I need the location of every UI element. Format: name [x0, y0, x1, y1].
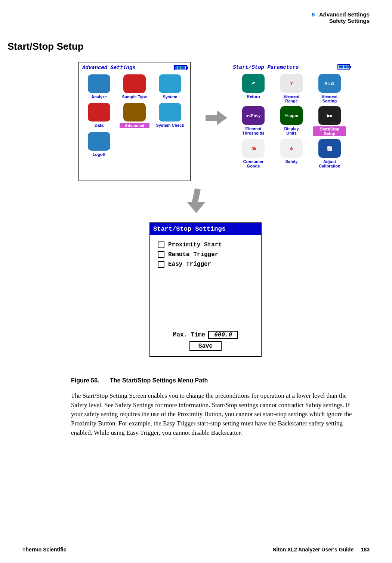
arrow-right-icon [206, 110, 228, 125]
analyze-icon [88, 74, 110, 93]
return-icon: ↶ [242, 74, 265, 93]
param-item-display-units[interactable]: % ppmDisplayUnits [275, 106, 308, 136]
option-row-remote-trigger[interactable]: Remote Trigger [158, 251, 253, 258]
menu-item-logoff[interactable]: Logoff [84, 132, 114, 157]
data-icon [88, 103, 110, 121]
max-time-label: Max. Time [173, 332, 205, 338]
checkbox[interactable] [158, 241, 164, 248]
menu-item-label: Data [84, 123, 114, 127]
option-label: Proximity Start [168, 241, 222, 248]
option-label: Remote Trigger [168, 251, 218, 258]
menu-item-label: Analyze [84, 95, 114, 99]
menu-item-label: Logoff [84, 152, 114, 157]
consumer-goods-icon: 🛍 [242, 139, 265, 158]
page-header: 8 Advanced Settings Safety Settings [22, 11, 370, 24]
param-item-adjust-calibration[interactable]: 📈AdjustCalibration [313, 139, 346, 168]
param-item-label: Start/StopSetup [313, 126, 346, 136]
menu-item-advanced[interactable]: Advanced [120, 103, 149, 128]
param-item-label: ElementSorting [313, 94, 346, 103]
param-item-label: ElementThresholds [237, 126, 270, 135]
footer-page-number: 183 [361, 547, 370, 553]
menu-item-sample-type[interactable]: Sample Type [120, 74, 149, 99]
screen3-title: Start/Stop Settings [150, 223, 261, 235]
start-stop-setup-icon: ▶■ [318, 106, 341, 125]
chapter-title: Advanced Settings [319, 11, 370, 18]
param-item-element-range[interactable]: ?ElementRange [275, 74, 308, 103]
element-range-icon: ? [280, 74, 303, 93]
option-row-easy-trigger[interactable]: Easy Trigger [158, 261, 253, 268]
sample-type-icon [123, 74, 146, 93]
menu-item-system-check[interactable]: System Check [155, 103, 185, 128]
footer-company: Thermo Scientific [22, 547, 66, 553]
menu-item-label: Advanced [120, 123, 149, 128]
figure-title: The Start/Stop Settings Menu Path [110, 377, 208, 384]
figure-number: Figure 56. [71, 377, 99, 384]
menu-item-data[interactable]: Data [84, 103, 114, 128]
screen1-title: Advanced Settings [82, 65, 136, 71]
menu-item-analyze[interactable]: Analyze [84, 74, 114, 99]
logoff-icon [88, 132, 110, 151]
advanced-settings-screen: Advanced Settings AnalyzeSample TypeSyst… [78, 62, 191, 181]
menu-item-label: System [155, 95, 185, 99]
chapter-number: 8 [312, 11, 315, 18]
start-stop-settings-screen: Start/Stop Settings Proximity StartRemot… [149, 222, 262, 357]
figure-caption: Figure 56. The Start/Stop Settings Menu … [71, 377, 370, 384]
menu-item-label: Sample Type [120, 95, 149, 99]
param-item-return[interactable]: ↶Return [237, 74, 270, 103]
checkbox[interactable] [158, 261, 164, 268]
safety-icon: ⚠ [280, 139, 303, 158]
element-sorting-icon: Al↓Zr [318, 74, 341, 93]
param-item-label: DisplayUnits [275, 126, 308, 135]
param-item-element-thresholds[interactable]: x<Pb<yElementThresholds [237, 106, 270, 136]
footer-guide: Niton XL2 Analyzer User's Guide [272, 547, 354, 553]
option-label: Easy Trigger [168, 261, 211, 268]
menu-path-figure: Advanced Settings AnalyzeSample TypeSyst… [71, 62, 392, 372]
section-heading: Start/Stop Setup [7, 41, 370, 52]
page-footer: Thermo Scientific Niton XL2 Analyzer Use… [22, 547, 370, 553]
display-units-icon: % ppm [280, 106, 303, 125]
system-icon [159, 74, 181, 93]
menu-item-system[interactable]: System [155, 74, 185, 99]
option-row-proximity-start[interactable]: Proximity Start [158, 241, 253, 248]
param-item-label: ElementRange [275, 94, 308, 103]
start-stop-parameters-screen: Start/Stop Parameters ↶Return?ElementRan… [232, 62, 351, 181]
param-item-element-sorting[interactable]: Al↓ZrElementSorting [313, 74, 346, 103]
param-item-label: AdjustCalibration [313, 159, 346, 168]
max-time-input[interactable]: 600.0 [208, 331, 238, 339]
battery-icon [337, 64, 350, 70]
element-thresholds-icon: x<Pb<y [242, 106, 265, 125]
system-check-icon [159, 103, 181, 121]
adjust-calibration-icon: 📈 [318, 139, 341, 158]
param-item-label: ConsumerGoods [237, 159, 270, 168]
menu-item-label: System Check [155, 123, 185, 127]
screen2-title: Start/Stop Parameters [233, 64, 299, 70]
param-item-label: Return [237, 94, 270, 99]
body-paragraph: The Start/Stop Setting Screen enables yo… [71, 391, 362, 437]
breadcrumb: Safety Settings [22, 18, 370, 24]
param-item-consumer-goods[interactable]: 🛍ConsumerGoods [237, 139, 270, 168]
param-item-safety[interactable]: ⚠Safety [275, 139, 308, 168]
advanced-icon [123, 103, 146, 121]
battery-icon [174, 65, 187, 70]
save-button[interactable]: Save [189, 341, 222, 351]
param-item-start-stop-setup[interactable]: ▶■Start/StopSetup [313, 106, 346, 136]
param-item-label: Safety [275, 159, 308, 164]
arrow-down-icon [187, 189, 206, 215]
checkbox[interactable] [158, 251, 164, 258]
